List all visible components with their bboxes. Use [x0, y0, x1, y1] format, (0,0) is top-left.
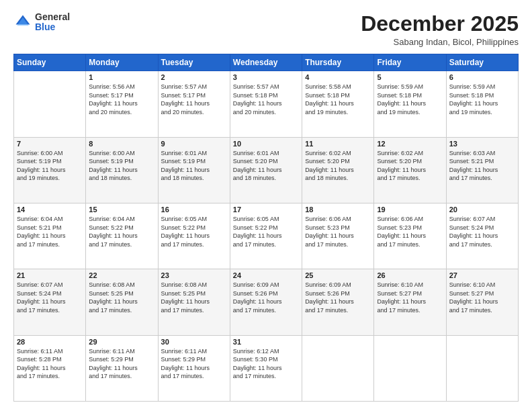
logo: General Blue	[13, 12, 70, 33]
day-number: 24	[233, 271, 299, 279]
title-block: December 2025 Sabang Indan, Bicol, Phili…	[361, 12, 519, 47]
day-info: Sunrise: 6:06 AM Sunset: 5:23 PM Dayligh…	[305, 215, 371, 248]
calendar-week-3: 14Sunrise: 6:04 AM Sunset: 5:21 PM Dayli…	[14, 203, 519, 269]
column-header-tuesday: Tuesday	[158, 54, 230, 71]
calendar-cell: 1Sunrise: 5:56 AM Sunset: 5:17 PM Daylig…	[86, 71, 158, 137]
day-info: Sunrise: 6:10 AM Sunset: 5:27 PM Dayligh…	[449, 281, 515, 314]
day-number: 20	[449, 205, 515, 214]
day-number: 19	[377, 205, 443, 214]
day-number: 12	[377, 140, 443, 148]
calendar-cell: 24Sunrise: 6:09 AM Sunset: 5:26 PM Dayli…	[230, 269, 302, 335]
day-info: Sunrise: 6:04 AM Sunset: 5:22 PM Dayligh…	[89, 215, 154, 248]
day-number: 13	[449, 140, 515, 148]
day-info: Sunrise: 6:09 AM Sunset: 5:26 PM Dayligh…	[233, 281, 299, 314]
logo-blue-text: Blue	[35, 22, 70, 32]
day-number: 22	[89, 271, 154, 279]
calendar-cell: 14Sunrise: 6:04 AM Sunset: 5:21 PM Dayli…	[14, 203, 86, 269]
day-info: Sunrise: 6:11 AM Sunset: 5:29 PM Dayligh…	[89, 347, 154, 381]
logo-icon	[13, 13, 32, 32]
calendar-cell	[374, 335, 446, 401]
column-header-sunday: Sunday	[14, 54, 86, 71]
day-number: 25	[305, 271, 371, 279]
header: General Blue December 2025 Sabang Indan,…	[13, 12, 519, 47]
calendar-cell	[14, 71, 86, 137]
day-info: Sunrise: 6:12 AM Sunset: 5:30 PM Dayligh…	[233, 347, 299, 381]
day-number: 6	[449, 73, 515, 81]
day-info: Sunrise: 6:08 AM Sunset: 5:25 PM Dayligh…	[161, 281, 227, 314]
day-number: 1	[89, 73, 154, 81]
day-info: Sunrise: 6:11 AM Sunset: 5:28 PM Dayligh…	[17, 347, 83, 381]
day-info: Sunrise: 6:08 AM Sunset: 5:25 PM Dayligh…	[89, 281, 154, 314]
calendar-cell: 12Sunrise: 6:02 AM Sunset: 5:20 PM Dayli…	[374, 137, 446, 203]
column-header-monday: Monday	[86, 54, 158, 71]
day-info: Sunrise: 6:00 AM Sunset: 5:19 PM Dayligh…	[17, 149, 83, 183]
calendar-cell: 10Sunrise: 6:01 AM Sunset: 5:20 PM Dayli…	[230, 137, 302, 203]
logo-text: General Blue	[35, 12, 70, 33]
day-info: Sunrise: 6:10 AM Sunset: 5:27 PM Dayligh…	[377, 281, 443, 314]
day-info: Sunrise: 6:03 AM Sunset: 5:21 PM Dayligh…	[449, 149, 515, 183]
calendar-cell: 22Sunrise: 6:08 AM Sunset: 5:25 PM Dayli…	[86, 269, 158, 335]
calendar-header-row: SundayMondayTuesdayWednesdayThursdayFrid…	[14, 54, 519, 71]
column-header-saturday: Saturday	[446, 54, 518, 71]
day-number: 10	[233, 140, 299, 148]
day-info: Sunrise: 6:11 AM Sunset: 5:29 PM Dayligh…	[161, 347, 227, 381]
day-number: 28	[17, 338, 83, 346]
day-number: 8	[89, 140, 154, 148]
calendar-cell	[302, 335, 374, 401]
calendar-week-5: 28Sunrise: 6:11 AM Sunset: 5:28 PM Dayli…	[14, 335, 519, 401]
day-number: 3	[233, 73, 299, 81]
calendar-week-4: 21Sunrise: 6:07 AM Sunset: 5:24 PM Dayli…	[14, 269, 519, 335]
calendar-cell: 13Sunrise: 6:03 AM Sunset: 5:21 PM Dayli…	[446, 137, 518, 203]
calendar-cell: 4Sunrise: 5:58 AM Sunset: 5:18 PM Daylig…	[302, 71, 374, 137]
day-info: Sunrise: 5:59 AM Sunset: 5:18 PM Dayligh…	[449, 83, 515, 116]
day-info: Sunrise: 5:59 AM Sunset: 5:18 PM Dayligh…	[377, 83, 443, 116]
column-header-wednesday: Wednesday	[230, 54, 302, 71]
calendar-cell: 5Sunrise: 5:59 AM Sunset: 5:18 PM Daylig…	[374, 71, 446, 137]
calendar-cell: 25Sunrise: 6:09 AM Sunset: 5:26 PM Dayli…	[302, 269, 374, 335]
month-title: December 2025	[361, 12, 519, 36]
calendar-cell: 8Sunrise: 6:00 AM Sunset: 5:19 PM Daylig…	[86, 137, 158, 203]
day-number: 4	[305, 73, 371, 81]
day-info: Sunrise: 6:05 AM Sunset: 5:22 PM Dayligh…	[161, 215, 227, 248]
day-info: Sunrise: 6:04 AM Sunset: 5:21 PM Dayligh…	[17, 215, 83, 248]
day-info: Sunrise: 6:02 AM Sunset: 5:20 PM Dayligh…	[305, 149, 371, 183]
calendar-cell: 23Sunrise: 6:08 AM Sunset: 5:25 PM Dayli…	[158, 269, 230, 335]
day-number: 21	[17, 271, 83, 279]
day-number: 5	[377, 73, 443, 81]
day-number: 14	[17, 205, 83, 214]
day-info: Sunrise: 6:06 AM Sunset: 5:23 PM Dayligh…	[377, 215, 443, 248]
page: General Blue December 2025 Sabang Indan,…	[0, 0, 532, 411]
day-info: Sunrise: 5:57 AM Sunset: 5:17 PM Dayligh…	[161, 83, 227, 116]
calendar-cell: 9Sunrise: 6:01 AM Sunset: 5:19 PM Daylig…	[158, 137, 230, 203]
calendar-cell: 2Sunrise: 5:57 AM Sunset: 5:17 PM Daylig…	[158, 71, 230, 137]
location: Sabang Indan, Bicol, Philippines	[361, 37, 519, 47]
calendar-week-2: 7Sunrise: 6:00 AM Sunset: 5:19 PM Daylig…	[14, 137, 519, 203]
calendar-cell: 20Sunrise: 6:07 AM Sunset: 5:24 PM Dayli…	[446, 203, 518, 269]
day-info: Sunrise: 6:01 AM Sunset: 5:20 PM Dayligh…	[233, 149, 299, 183]
day-number: 9	[161, 140, 227, 148]
day-info: Sunrise: 6:09 AM Sunset: 5:26 PM Dayligh…	[305, 281, 371, 314]
day-number: 31	[233, 338, 299, 346]
day-info: Sunrise: 6:07 AM Sunset: 5:24 PM Dayligh…	[449, 215, 515, 248]
day-info: Sunrise: 5:57 AM Sunset: 5:18 PM Dayligh…	[233, 83, 299, 116]
day-info: Sunrise: 6:07 AM Sunset: 5:24 PM Dayligh…	[17, 281, 83, 314]
day-number: 23	[161, 271, 227, 279]
day-info: Sunrise: 6:02 AM Sunset: 5:20 PM Dayligh…	[377, 149, 443, 183]
calendar-cell: 26Sunrise: 6:10 AM Sunset: 5:27 PM Dayli…	[374, 269, 446, 335]
day-number: 26	[377, 271, 443, 279]
day-info: Sunrise: 6:00 AM Sunset: 5:19 PM Dayligh…	[89, 149, 154, 183]
column-header-thursday: Thursday	[302, 54, 374, 71]
column-header-friday: Friday	[374, 54, 446, 71]
day-info: Sunrise: 6:05 AM Sunset: 5:22 PM Dayligh…	[233, 215, 299, 248]
calendar-cell: 27Sunrise: 6:10 AM Sunset: 5:27 PM Dayli…	[446, 269, 518, 335]
day-number: 11	[305, 140, 371, 148]
calendar-cell: 21Sunrise: 6:07 AM Sunset: 5:24 PM Dayli…	[14, 269, 86, 335]
calendar-week-1: 1Sunrise: 5:56 AM Sunset: 5:17 PM Daylig…	[14, 71, 519, 137]
day-info: Sunrise: 5:56 AM Sunset: 5:17 PM Dayligh…	[89, 83, 154, 116]
calendar-cell: 16Sunrise: 6:05 AM Sunset: 5:22 PM Dayli…	[158, 203, 230, 269]
day-number: 15	[89, 205, 154, 214]
calendar-cell: 28Sunrise: 6:11 AM Sunset: 5:28 PM Dayli…	[14, 335, 86, 401]
calendar-cell: 19Sunrise: 6:06 AM Sunset: 5:23 PM Dayli…	[374, 203, 446, 269]
logo-general-text: General	[35, 12, 70, 22]
calendar-cell: 7Sunrise: 6:00 AM Sunset: 5:19 PM Daylig…	[14, 137, 86, 203]
